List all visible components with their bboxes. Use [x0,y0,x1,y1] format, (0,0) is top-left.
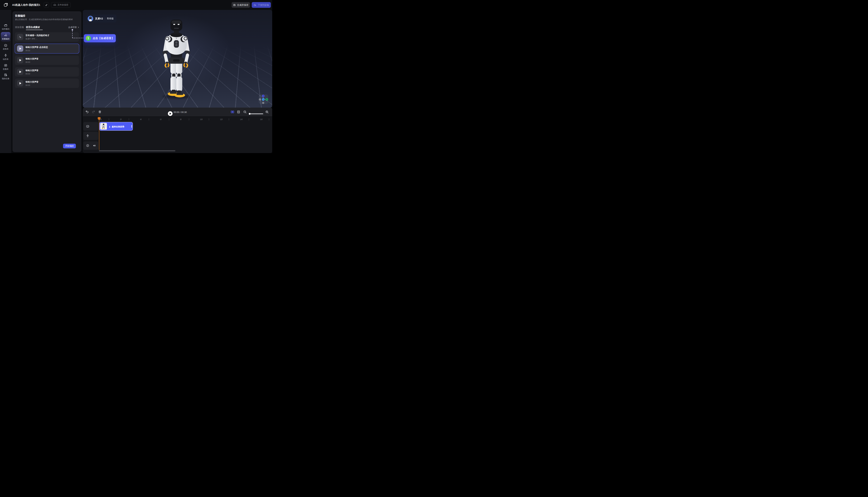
sidebar-item-audio-library[interactable]: 音频库 [0,63,11,70]
clip-trim-handle-left[interactable] [100,125,101,128]
ruler-label: 14f [240,118,242,120]
timeline-panel: 00:00 / 00:30 [83,108,272,153]
audio-item-title: 哈哈大笑声音 [26,81,39,84]
sidebar-label: 我的任务 [2,77,10,80]
rename-project-button[interactable] [44,2,49,8]
file-unsaved-status[interactable]: 文件未保存 [51,2,71,8]
tab-use-synth-material[interactable]: 使用合成素材 [26,26,40,29]
guide-dashed-line-horizontal [72,38,84,38]
audio-item-title: 哈哈大笑声音 [26,57,39,60]
audio-item[interactable]: 哈哈大笑声音 00:03 [15,56,79,65]
cloud-x-icon [53,3,56,6]
axis-negative-z [262,102,264,104]
play-button[interactable] [17,80,23,86]
robot-3d-viewport[interactable]: 灵犀X2 青春版 Z Y X [83,10,272,108]
timeline-horizontal-scrollbar[interactable] [99,150,175,151]
pencil-icon [45,4,47,6]
timeline-play-button[interactable] [168,111,172,116]
chevron-right-icon [78,26,79,28]
undo-button[interactable] [85,110,89,114]
save-label: 合成并保存 [237,3,249,6]
sidebar-label: 动作库 [3,58,9,60]
walking-person-icon [109,126,111,128]
timeline-toolbar: 00:00 / 00:30 [83,108,272,117]
track-header-motion[interactable] [83,132,98,140]
auto-fit-toggle[interactable] [230,110,234,114]
speaker-icon [93,144,96,147]
slider-thumb[interactable] [249,113,251,115]
left-sidebar: 动作模仿 音频编排 表情库 [0,10,11,153]
deploy-to-device-button[interactable]: 下发到设备 [252,2,271,8]
audio-item-title: 百年难得一见的练武奇才 [26,34,50,37]
playhead-handle[interactable] [98,117,100,119]
start-arrange-button[interactable]: 开始编排 [63,144,76,148]
robot-edition: 青春版 [107,17,114,20]
zoom-out-icon[interactable] [243,110,247,114]
track-header-expression[interactable] [83,122,98,131]
play-button[interactable] [17,69,23,75]
sidebar-item-expression-library[interactable]: 表情库 [0,43,11,50]
deploy-label: 下发到设备 [258,3,269,6]
unsaved-label: 文件未保存 [57,3,68,6]
top-bar: A1机器人动作-我的项目1 文件未保存 合成并保存 [0,0,272,10]
clip-thumbnail [100,123,107,130]
app-window: A1机器人动作-我的项目1 文件未保存 合成并保存 [0,0,272,153]
redo-button[interactable] [92,110,95,114]
timeline-clip-walk-pose[interactable]: 超帅走路姿势 [99,122,133,131]
play-button[interactable] [17,57,23,63]
ruler-label: 8f [180,118,182,120]
guide-anchor-dot [72,29,73,30]
ruler-label: 6f [160,118,162,120]
sidebar-label: 表情库 [3,48,9,50]
sidebar-item-motion-mimic[interactable]: 动作模仿 [0,24,11,30]
synth-voice-link[interactable]: 合成语音 [68,26,79,29]
step-number-badge: 1 [86,36,91,41]
sidebar-item-audio-arrange[interactable]: 音频编排 [1,32,11,42]
audio-item[interactable]: 哈哈大笑声音 00:03 [15,67,79,76]
sidebar-label: 音频库 [3,68,9,70]
sidebar-item-motion-library[interactable]: 动作库 [0,54,11,60]
robot-avatar [88,16,93,22]
audio-item-generating[interactable]: 百年难得一见的练武奇才 生成中 30% ... [15,32,79,42]
ruler-label: 4f [140,118,141,120]
humanoid-robot-model[interactable] [152,18,201,100]
audio-arrange-panel: 音频编排 通过音频处理，生成音频素材以及融合动作和表情的音频编排素材 添加音频 … [13,11,81,152]
gizmo-y-label: Y [263,99,264,100]
audio-item-duration: 00:03 [26,61,39,63]
ruler-label: 2f [120,118,122,120]
person-icon [4,54,8,57]
audio-item-selected[interactable]: 哈哈大笑声音-点击状态 00:03 [15,44,79,53]
track-header-audio[interactable] [83,141,98,150]
delete-button[interactable] [98,110,102,114]
music-box-icon [4,63,8,67]
tab-add-audio[interactable]: 添加音频 [15,26,24,29]
gizmo-z-label: Z [263,95,264,97]
ruler-label: 12f [220,118,223,120]
audio-item-duration: 00:03 [26,73,39,75]
play-button[interactable] [17,45,23,52]
audio-item-duration: 00:03 [26,84,39,86]
music-disc-icon [86,144,89,147]
guide-tooltip[interactable]: 1 点击【合成语音】 [84,34,116,42]
robot-name: 灵犀X2 [95,17,103,20]
clip-label: 超帅走路姿势 [112,125,124,128]
tooltip-text: 点击【合成语音】 [93,37,114,40]
audio-item-duration: 00:03 [26,49,48,52]
task-list-icon [4,73,8,77]
gizmo-x-label: X [266,99,267,100]
fit-width-button[interactable] [237,110,240,114]
playhead-line[interactable] [99,117,99,150]
app-logo-icon [3,2,8,7]
timeline-zoom-slider[interactable] [249,113,263,114]
audio-item-title: 哈哈大笑声音-点击状态 [26,46,48,49]
save-and-merge-button[interactable]: 合成并保存 [232,2,250,8]
sidebar-item-my-tasks[interactable]: 我的任务 [0,73,11,80]
audio-item[interactable]: 哈哈大笑声音 00:03 [15,79,79,88]
axis-gizmo[interactable]: Z Y X [259,95,268,104]
save-icon [233,4,236,6]
time-display: 00:00 / 00:30 [173,108,187,117]
zoom-in-icon[interactable] [265,110,269,114]
robot-model-badge[interactable]: 灵犀X2 青春版 [86,15,116,23]
clip-trim-handle-right[interactable] [131,125,132,128]
timeline-ruler[interactable]: 0f 2f 4f 6f 8f 10f 12f 14f 16f [99,117,272,122]
